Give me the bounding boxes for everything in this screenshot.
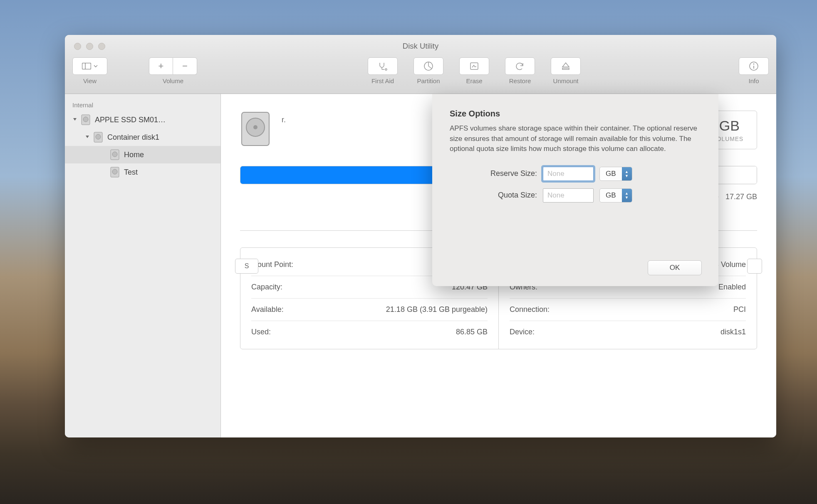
sheet-title: Size Options [450, 109, 701, 119]
eject-icon [561, 62, 570, 71]
chevron-down-icon [94, 65, 98, 67]
sidebar-icon [82, 63, 98, 69]
plus-icon: + [158, 61, 164, 72]
quota-size-input[interactable] [543, 188, 594, 203]
info-row: Available:21.18 GB (3.91 GB purgeable) [251, 299, 488, 321]
info-row: Device:disk1s1 [510, 321, 746, 343]
remove-volume-button[interactable]: − [173, 57, 197, 75]
svg-point-10 [83, 117, 88, 122]
erase-icon [469, 62, 479, 71]
sidebar-item-label: Container disk1 [107, 133, 159, 142]
info-button[interactable] [739, 57, 769, 75]
disclosure-triangle[interactable] [72, 117, 78, 123]
partition-icon [423, 61, 433, 71]
quota-size-label: Quota Size: [450, 191, 537, 200]
minimize-button[interactable] [86, 43, 93, 50]
info-value: 21.18 GB (3.91 GB purgeable) [386, 305, 488, 314]
window-title: Disk Utility [65, 42, 776, 51]
info-row: Connection:PCI [510, 299, 746, 321]
size-options-sheet: Size Options APFS volumes share storage … [432, 94, 718, 286]
first-aid-label: First Aid [371, 77, 394, 84]
first-aid-button[interactable] [368, 57, 398, 75]
info-value: disk1s1 [720, 328, 746, 336]
svg-line-4 [428, 66, 432, 69]
stepper-icon: ▲▼ [622, 189, 632, 202]
reserve-size-input[interactable] [543, 167, 594, 181]
svg-point-16 [112, 169, 117, 174]
reserve-size-label: Reserve Size: [450, 169, 537, 178]
erase-label: Erase [466, 77, 482, 84]
zoom-button[interactable] [98, 43, 105, 50]
info-key: Capacity: [251, 283, 282, 292]
main-content: r. 120.47 GB SHARED BY 5 VOLUMES Free 17… [221, 94, 776, 437]
svg-point-12 [96, 134, 101, 139]
internal-disk-icon [81, 114, 91, 126]
partition-button[interactable] [413, 57, 443, 75]
toolbar: View + − Volume First Aid [65, 57, 776, 94]
restore-label: Restore [509, 77, 531, 84]
info-key: Device: [510, 328, 535, 336]
volume-group: + − Volume [149, 57, 197, 84]
titlebar[interactable]: Disk Utility [65, 35, 776, 57]
traffic-lights [74, 43, 105, 50]
info-row: Used:86.85 GB [251, 321, 488, 343]
restore-button[interactable] [505, 57, 535, 75]
sidebar-item-test[interactable]: Test [65, 163, 220, 181]
sidebar-section-header: Internal [65, 99, 220, 111]
svg-point-7 [753, 64, 755, 65]
ok-button[interactable]: OK [648, 260, 702, 275]
svg-rect-0 [82, 63, 91, 69]
unmount-button[interactable] [551, 57, 581, 75]
view-group: View [72, 57, 107, 84]
info-key: Used: [251, 328, 271, 336]
disclosure-triangle[interactable] [85, 134, 91, 140]
svg-point-19 [253, 125, 257, 129]
sidebar: Internal APPLE SSD SM01… Container disk1… [65, 94, 221, 437]
disk-utility-window: Disk Utility View + − Volume [65, 35, 776, 437]
partition-label: Partition [417, 77, 440, 84]
svg-point-14 [112, 152, 117, 157]
free-value: 17.27 GB [725, 193, 757, 201]
info-value: PCI [733, 305, 746, 314]
volume-icon [110, 166, 120, 178]
erase-button[interactable] [459, 57, 489, 75]
volume-icon [110, 148, 120, 161]
sidebar-item-physical-disk[interactable]: APPLE SSD SM01… [65, 111, 220, 128]
view-button[interactable] [72, 57, 107, 75]
partial-button-left[interactable]: S [235, 259, 258, 274]
sidebar-item-label: Test [124, 168, 138, 177]
volume-label: Volume [163, 77, 183, 84]
close-button[interactable] [74, 43, 81, 50]
restore-icon [515, 62, 525, 71]
unit-label: GB [600, 167, 622, 180]
volume-big-icon [240, 111, 273, 144]
reserve-size-unit-select[interactable]: GB ▲▼ [599, 167, 632, 181]
info-icon [749, 61, 759, 71]
partial-button-right[interactable] [747, 259, 762, 274]
stethoscope-icon [377, 62, 388, 71]
info-value: Enabled [718, 283, 746, 292]
view-label: View [83, 77, 97, 84]
unit-label: GB [600, 189, 622, 202]
sidebar-item-container[interactable]: Container disk1 [65, 128, 220, 146]
sidebar-item-label: Home [124, 151, 144, 159]
minus-icon: − [182, 61, 188, 72]
sidebar-item-label: APPLE SSD SM01… [95, 116, 166, 124]
add-volume-button[interactable]: + [149, 57, 173, 75]
info-key: Connection: [510, 305, 550, 314]
container-disk-icon [93, 131, 103, 143]
sidebar-item-home[interactable]: Home [65, 146, 220, 163]
info-key: Available: [251, 305, 284, 314]
sheet-description: APFS volumes share storage space within … [450, 124, 701, 154]
unmount-label: Unmount [553, 77, 579, 84]
stepper-icon: ▲▼ [622, 167, 632, 180]
info-label: Info [748, 77, 759, 84]
quota-size-unit-select[interactable]: GB ▲▼ [599, 188, 632, 203]
info-value: 86.85 GB [456, 328, 488, 336]
